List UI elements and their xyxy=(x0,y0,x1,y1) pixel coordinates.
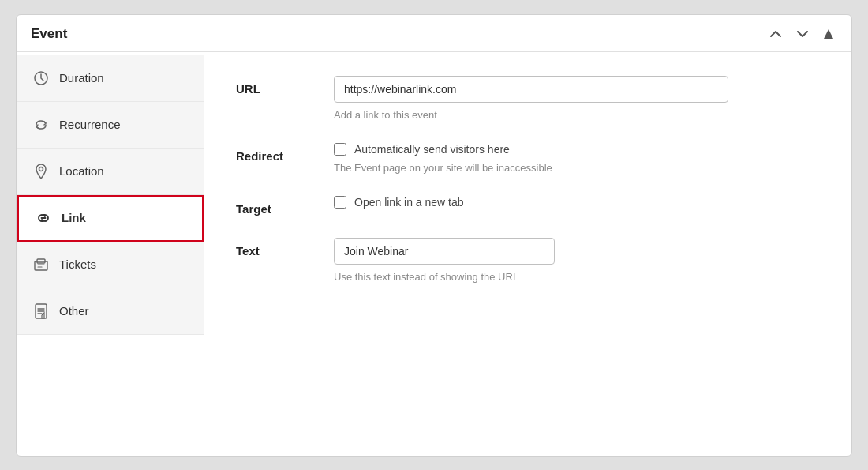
sidebar-item-location[interactable]: Location xyxy=(17,149,204,195)
card-title: Event xyxy=(31,26,67,42)
target-checkbox-row: Open link in a new tab xyxy=(334,196,820,209)
other-icon xyxy=(32,303,50,320)
sidebar-item-tickets[interactable]: Tickets xyxy=(17,242,204,288)
redirect-field: Automatically send visitors here The Eve… xyxy=(334,143,820,174)
expand-button[interactable] xyxy=(820,27,837,41)
redirect-hint: The Event page on your site will be inac… xyxy=(334,162,820,174)
redirect-checkbox[interactable] xyxy=(334,143,346,156)
card-header: Event xyxy=(17,15,851,52)
clock-icon xyxy=(32,70,50,87)
sidebar-link-label: Link xyxy=(62,211,86,224)
tickets-icon xyxy=(32,256,50,273)
redirect-row: Redirect Automatically send visitors her… xyxy=(236,143,820,174)
target-field: Open link in a new tab xyxy=(334,196,820,209)
card-body: Duration Recurrence xyxy=(17,52,851,456)
sidebar-duration-label: Duration xyxy=(59,71,104,85)
target-checkbox-label: Open link in a new tab xyxy=(354,196,464,209)
sidebar-tickets-label: Tickets xyxy=(59,258,96,271)
target-row: Target Open link in a new tab xyxy=(236,196,820,216)
main-content: URL Add a link to this event Redirect Au… xyxy=(204,52,851,456)
sidebar-recurrence-label: Recurrence xyxy=(59,118,121,131)
url-field: Add a link to this event xyxy=(334,76,820,121)
target-label: Target xyxy=(236,196,315,216)
link-icon xyxy=(35,209,52,227)
sidebar-location-label: Location xyxy=(59,164,104,178)
text-row: Text Use this text instead of showing th… xyxy=(236,238,820,283)
header-actions xyxy=(766,26,837,42)
sidebar-item-other[interactable]: Other xyxy=(17,288,204,335)
redirect-checkbox-row: Automatically send visitors here xyxy=(334,143,820,156)
location-icon xyxy=(32,163,50,180)
collapse-up-button[interactable] xyxy=(766,26,785,42)
text-input[interactable] xyxy=(334,238,555,265)
redirect-checkbox-label: Automatically send visitors here xyxy=(354,143,510,156)
url-hint: Add a link to this event xyxy=(334,109,820,121)
target-checkbox[interactable] xyxy=(334,196,346,209)
sidebar: Duration Recurrence xyxy=(17,52,204,456)
text-label: Text xyxy=(236,238,315,258)
url-input[interactable] xyxy=(334,76,728,103)
text-field: Use this text instead of showing the URL xyxy=(334,238,820,283)
collapse-down-button[interactable] xyxy=(793,26,812,42)
sidebar-item-link[interactable]: Link xyxy=(17,195,204,242)
url-label: URL xyxy=(236,76,315,96)
sidebar-other-label: Other xyxy=(59,304,89,318)
event-card: Event xyxy=(16,14,852,457)
recurrence-icon xyxy=(32,116,50,133)
text-hint: Use this text instead of showing the URL xyxy=(334,271,820,283)
url-row: URL Add a link to this event xyxy=(236,76,820,121)
svg-point-2 xyxy=(39,167,43,171)
sidebar-item-recurrence[interactable]: Recurrence xyxy=(17,102,204,149)
svg-marker-0 xyxy=(824,29,833,39)
redirect-label: Redirect xyxy=(236,143,315,163)
sidebar-item-duration[interactable]: Duration xyxy=(17,55,204,102)
